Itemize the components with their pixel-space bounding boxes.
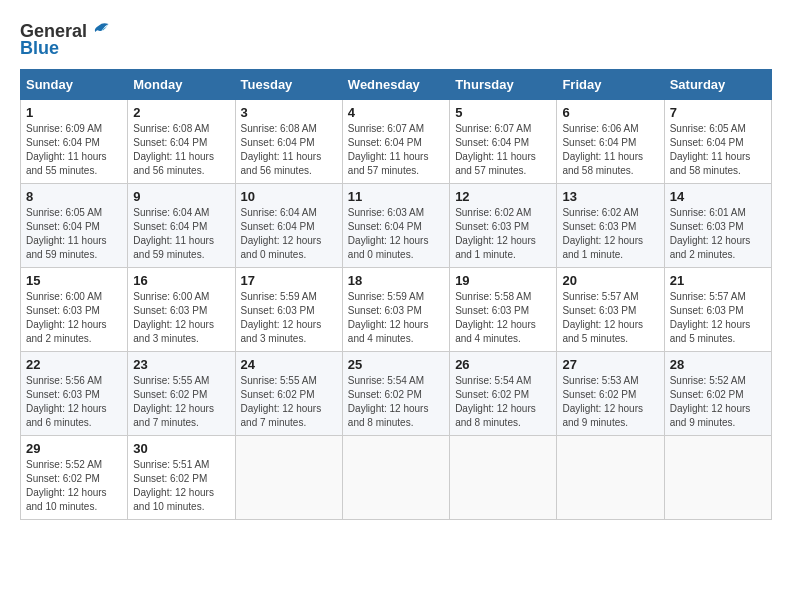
day-number: 7 <box>670 105 766 120</box>
day-info: Sunrise: 6:04 AM Sunset: 6:04 PM Dayligh… <box>241 206 337 262</box>
day-number: 1 <box>26 105 122 120</box>
day-number: 28 <box>670 357 766 372</box>
weekday-header-wednesday: Wednesday <box>342 70 449 100</box>
day-info: Sunrise: 5:58 AM Sunset: 6:03 PM Dayligh… <box>455 290 551 346</box>
logo-blue-text: Blue <box>20 38 59 59</box>
day-info: Sunrise: 6:08 AM Sunset: 6:04 PM Dayligh… <box>133 122 229 178</box>
day-number: 26 <box>455 357 551 372</box>
logo-container: General Blue <box>20 20 110 59</box>
calendar-cell: 26Sunrise: 5:54 AM Sunset: 6:02 PM Dayli… <box>450 352 557 436</box>
day-number: 24 <box>241 357 337 372</box>
calendar-cell: 14Sunrise: 6:01 AM Sunset: 6:03 PM Dayli… <box>664 184 771 268</box>
weekday-header-monday: Monday <box>128 70 235 100</box>
weekday-header-saturday: Saturday <box>664 70 771 100</box>
day-info: Sunrise: 5:52 AM Sunset: 6:02 PM Dayligh… <box>26 458 122 514</box>
day-number: 15 <box>26 273 122 288</box>
calendar-cell: 1Sunrise: 6:09 AM Sunset: 6:04 PM Daylig… <box>21 100 128 184</box>
calendar-week-row: 1Sunrise: 6:09 AM Sunset: 6:04 PM Daylig… <box>21 100 772 184</box>
day-info: Sunrise: 5:59 AM Sunset: 6:03 PM Dayligh… <box>348 290 444 346</box>
day-number: 12 <box>455 189 551 204</box>
calendar-week-row: 22Sunrise: 5:56 AM Sunset: 6:03 PM Dayli… <box>21 352 772 436</box>
calendar-cell: 8Sunrise: 6:05 AM Sunset: 6:04 PM Daylig… <box>21 184 128 268</box>
day-number: 5 <box>455 105 551 120</box>
day-info: Sunrise: 6:08 AM Sunset: 6:04 PM Dayligh… <box>241 122 337 178</box>
day-number: 8 <box>26 189 122 204</box>
day-number: 13 <box>562 189 658 204</box>
day-number: 25 <box>348 357 444 372</box>
day-number: 18 <box>348 273 444 288</box>
calendar-cell: 29Sunrise: 5:52 AM Sunset: 6:02 PM Dayli… <box>21 436 128 520</box>
day-number: 27 <box>562 357 658 372</box>
day-info: Sunrise: 6:01 AM Sunset: 6:03 PM Dayligh… <box>670 206 766 262</box>
day-number: 29 <box>26 441 122 456</box>
calendar-cell: 18Sunrise: 5:59 AM Sunset: 6:03 PM Dayli… <box>342 268 449 352</box>
day-number: 10 <box>241 189 337 204</box>
day-info: Sunrise: 6:09 AM Sunset: 6:04 PM Dayligh… <box>26 122 122 178</box>
calendar-cell: 22Sunrise: 5:56 AM Sunset: 6:03 PM Dayli… <box>21 352 128 436</box>
calendar-cell: 15Sunrise: 6:00 AM Sunset: 6:03 PM Dayli… <box>21 268 128 352</box>
calendar-cell: 27Sunrise: 5:53 AM Sunset: 6:02 PM Dayli… <box>557 352 664 436</box>
weekday-header-thursday: Thursday <box>450 70 557 100</box>
day-number: 20 <box>562 273 658 288</box>
logo-bird-icon <box>88 20 110 42</box>
day-number: 14 <box>670 189 766 204</box>
calendar-cell: 13Sunrise: 6:02 AM Sunset: 6:03 PM Dayli… <box>557 184 664 268</box>
day-number: 9 <box>133 189 229 204</box>
day-number: 30 <box>133 441 229 456</box>
day-number: 22 <box>26 357 122 372</box>
day-number: 23 <box>133 357 229 372</box>
calendar-cell: 9Sunrise: 6:04 AM Sunset: 6:04 PM Daylig… <box>128 184 235 268</box>
weekday-header-sunday: Sunday <box>21 70 128 100</box>
calendar-cell <box>664 436 771 520</box>
day-info: Sunrise: 6:04 AM Sunset: 6:04 PM Dayligh… <box>133 206 229 262</box>
calendar-cell: 30Sunrise: 5:51 AM Sunset: 6:02 PM Dayli… <box>128 436 235 520</box>
calendar-week-row: 29Sunrise: 5:52 AM Sunset: 6:02 PM Dayli… <box>21 436 772 520</box>
calendar-week-row: 8Sunrise: 6:05 AM Sunset: 6:04 PM Daylig… <box>21 184 772 268</box>
day-info: Sunrise: 5:54 AM Sunset: 6:02 PM Dayligh… <box>348 374 444 430</box>
day-info: Sunrise: 6:06 AM Sunset: 6:04 PM Dayligh… <box>562 122 658 178</box>
calendar-cell: 21Sunrise: 5:57 AM Sunset: 6:03 PM Dayli… <box>664 268 771 352</box>
day-number: 11 <box>348 189 444 204</box>
day-info: Sunrise: 6:05 AM Sunset: 6:04 PM Dayligh… <box>670 122 766 178</box>
day-info: Sunrise: 6:00 AM Sunset: 6:03 PM Dayligh… <box>133 290 229 346</box>
calendar-cell: 28Sunrise: 5:52 AM Sunset: 6:02 PM Dayli… <box>664 352 771 436</box>
day-info: Sunrise: 6:02 AM Sunset: 6:03 PM Dayligh… <box>455 206 551 262</box>
calendar-cell: 7Sunrise: 6:05 AM Sunset: 6:04 PM Daylig… <box>664 100 771 184</box>
calendar-cell: 16Sunrise: 6:00 AM Sunset: 6:03 PM Dayli… <box>128 268 235 352</box>
calendar-cell: 17Sunrise: 5:59 AM Sunset: 6:03 PM Dayli… <box>235 268 342 352</box>
day-info: Sunrise: 6:00 AM Sunset: 6:03 PM Dayligh… <box>26 290 122 346</box>
day-info: Sunrise: 6:07 AM Sunset: 6:04 PM Dayligh… <box>455 122 551 178</box>
calendar-cell: 20Sunrise: 5:57 AM Sunset: 6:03 PM Dayli… <box>557 268 664 352</box>
day-number: 17 <box>241 273 337 288</box>
day-info: Sunrise: 6:02 AM Sunset: 6:03 PM Dayligh… <box>562 206 658 262</box>
calendar-cell <box>557 436 664 520</box>
calendar-cell: 25Sunrise: 5:54 AM Sunset: 6:02 PM Dayli… <box>342 352 449 436</box>
calendar-cell: 5Sunrise: 6:07 AM Sunset: 6:04 PM Daylig… <box>450 100 557 184</box>
day-number: 21 <box>670 273 766 288</box>
calendar-week-row: 15Sunrise: 6:00 AM Sunset: 6:03 PM Dayli… <box>21 268 772 352</box>
day-info: Sunrise: 5:54 AM Sunset: 6:02 PM Dayligh… <box>455 374 551 430</box>
calendar-cell: 6Sunrise: 6:06 AM Sunset: 6:04 PM Daylig… <box>557 100 664 184</box>
calendar-cell: 24Sunrise: 5:55 AM Sunset: 6:02 PM Dayli… <box>235 352 342 436</box>
day-info: Sunrise: 5:57 AM Sunset: 6:03 PM Dayligh… <box>562 290 658 346</box>
day-number: 3 <box>241 105 337 120</box>
day-info: Sunrise: 5:56 AM Sunset: 6:03 PM Dayligh… <box>26 374 122 430</box>
calendar-cell: 11Sunrise: 6:03 AM Sunset: 6:04 PM Dayli… <box>342 184 449 268</box>
calendar-cell: 19Sunrise: 5:58 AM Sunset: 6:03 PM Dayli… <box>450 268 557 352</box>
day-info: Sunrise: 6:05 AM Sunset: 6:04 PM Dayligh… <box>26 206 122 262</box>
calendar-cell: 3Sunrise: 6:08 AM Sunset: 6:04 PM Daylig… <box>235 100 342 184</box>
calendar-cell: 10Sunrise: 6:04 AM Sunset: 6:04 PM Dayli… <box>235 184 342 268</box>
day-info: Sunrise: 5:55 AM Sunset: 6:02 PM Dayligh… <box>133 374 229 430</box>
weekday-header-row: SundayMondayTuesdayWednesdayThursdayFrid… <box>21 70 772 100</box>
day-info: Sunrise: 5:55 AM Sunset: 6:02 PM Dayligh… <box>241 374 337 430</box>
calendar-cell: 23Sunrise: 5:55 AM Sunset: 6:02 PM Dayli… <box>128 352 235 436</box>
calendar-cell: 4Sunrise: 6:07 AM Sunset: 6:04 PM Daylig… <box>342 100 449 184</box>
day-info: Sunrise: 5:52 AM Sunset: 6:02 PM Dayligh… <box>670 374 766 430</box>
weekday-header-friday: Friday <box>557 70 664 100</box>
calendar-cell <box>450 436 557 520</box>
calendar-table: SundayMondayTuesdayWednesdayThursdayFrid… <box>20 69 772 520</box>
day-number: 16 <box>133 273 229 288</box>
day-info: Sunrise: 6:07 AM Sunset: 6:04 PM Dayligh… <box>348 122 444 178</box>
day-number: 4 <box>348 105 444 120</box>
day-info: Sunrise: 5:51 AM Sunset: 6:02 PM Dayligh… <box>133 458 229 514</box>
